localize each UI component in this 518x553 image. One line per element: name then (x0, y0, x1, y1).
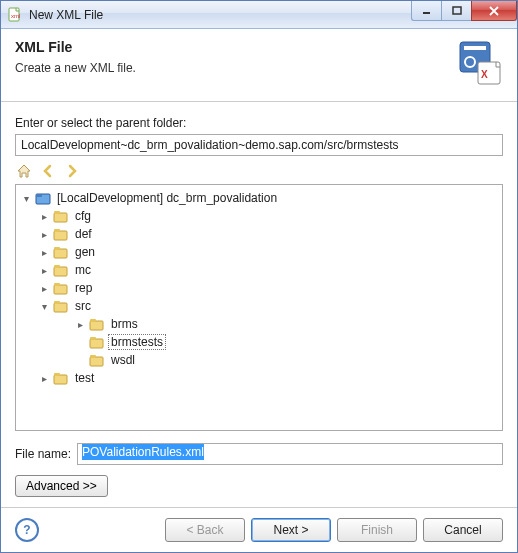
svg-text:X: X (481, 69, 488, 80)
dialog-window: xml New XML File XML File Create a new X… (0, 0, 518, 553)
parent-folder-label: Enter or select the parent folder: (15, 116, 503, 130)
svg-rect-5 (464, 46, 486, 50)
tree-item-brms[interactable]: ▸ brms (72, 315, 500, 333)
header-icon: X (455, 39, 503, 87)
tree-item-gen[interactable]: ▸ gen (36, 243, 500, 261)
tree-root[interactable]: ▾ [LocalDevelopment] dc_brm_povalidation (18, 189, 500, 207)
collapse-icon[interactable]: ▾ (38, 301, 50, 312)
forward-arrow-icon[interactable] (63, 162, 81, 180)
svg-rect-13 (54, 231, 67, 240)
back-arrow-icon[interactable] (39, 162, 57, 180)
svg-rect-26 (90, 337, 96, 340)
advanced-button[interactable]: Advanced >> (15, 475, 108, 497)
svg-rect-30 (54, 373, 60, 376)
tree-item-wsdl[interactable]: ▸ wsdl (72, 351, 500, 369)
window-title: New XML File (29, 8, 103, 22)
folder-icon (89, 352, 105, 368)
svg-rect-20 (54, 283, 60, 286)
collapse-icon[interactable]: ▾ (20, 193, 32, 204)
finish-button[interactable]: Finish (337, 518, 417, 542)
svg-rect-19 (54, 285, 67, 294)
tree-item-cfg[interactable]: ▸ cfg (36, 207, 500, 225)
tree-item-test[interactable]: ▸ test (36, 369, 500, 387)
svg-rect-28 (90, 355, 96, 358)
svg-rect-12 (54, 211, 60, 214)
filename-label: File name: (15, 447, 71, 461)
nav-toolbar (15, 160, 503, 184)
folder-icon (53, 226, 69, 242)
expand-icon[interactable]: ▸ (38, 211, 50, 222)
expand-icon[interactable]: ▸ (38, 247, 50, 258)
svg-rect-27 (90, 357, 103, 366)
tree-item-brmstests[interactable]: ▸ brmstests (72, 333, 500, 351)
project-icon (35, 190, 51, 206)
folder-icon (53, 280, 69, 296)
cancel-button[interactable]: Cancel (423, 518, 503, 542)
folder-icon (89, 334, 105, 350)
dialog-header: XML File Create a new XML file. X (1, 29, 517, 102)
svg-rect-29 (54, 375, 67, 384)
expand-icon[interactable]: ▸ (38, 265, 50, 276)
svg-rect-22 (54, 301, 60, 304)
expand-icon[interactable]: ▸ (38, 373, 50, 384)
svg-rect-24 (90, 319, 96, 322)
svg-rect-15 (54, 249, 67, 258)
home-icon[interactable] (15, 162, 33, 180)
folder-icon (53, 262, 69, 278)
folder-icon (53, 244, 69, 260)
help-button[interactable]: ? (15, 518, 39, 542)
svg-text:xml: xml (11, 13, 20, 19)
folder-tree[interactable]: ▾ [LocalDevelopment] dc_brm_povalidation (15, 184, 503, 431)
svg-rect-16 (54, 247, 60, 250)
svg-rect-11 (54, 213, 67, 222)
minimize-button[interactable] (411, 1, 441, 21)
svg-rect-17 (54, 267, 67, 276)
tree-item-rep[interactable]: ▸ rep (36, 279, 500, 297)
svg-rect-10 (36, 194, 42, 197)
tree-item-mc[interactable]: ▸ mc (36, 261, 500, 279)
close-button[interactable] (471, 1, 517, 21)
app-icon: xml (7, 7, 23, 23)
parent-folder-input[interactable] (15, 134, 503, 156)
next-button[interactable]: Next > (251, 518, 331, 542)
tree-item-def[interactable]: ▸ def (36, 225, 500, 243)
expand-icon[interactable]: ▸ (38, 229, 50, 240)
button-row: < Back Next > Finish Cancel (165, 518, 503, 542)
svg-rect-23 (90, 321, 103, 330)
folder-icon (53, 370, 69, 386)
expand-icon[interactable]: ▸ (38, 283, 50, 294)
folder-icon (53, 298, 69, 314)
folder-icon (89, 316, 105, 332)
dialog-footer: ? < Back Next > Finish Cancel (1, 507, 517, 552)
dialog-content: Enter or select the parent folder: (1, 102, 517, 507)
page-subtitle: Create a new XML file. (15, 61, 455, 75)
svg-rect-3 (453, 7, 461, 14)
titlebar[interactable]: xml New XML File (1, 1, 517, 29)
page-title: XML File (15, 39, 455, 55)
maximize-button[interactable] (441, 1, 471, 21)
folder-icon (53, 208, 69, 224)
expand-icon[interactable]: ▸ (74, 319, 86, 330)
svg-rect-21 (54, 303, 67, 312)
svg-rect-18 (54, 265, 60, 268)
svg-rect-25 (90, 339, 103, 348)
window-controls (411, 1, 517, 21)
filename-row: File name: POValidationRules.xml (15, 443, 503, 465)
svg-rect-14 (54, 229, 60, 232)
tree-item-src[interactable]: ▾ src (36, 297, 500, 315)
filename-input[interactable]: POValidationRules.xml (77, 443, 503, 465)
back-button[interactable]: < Back (165, 518, 245, 542)
